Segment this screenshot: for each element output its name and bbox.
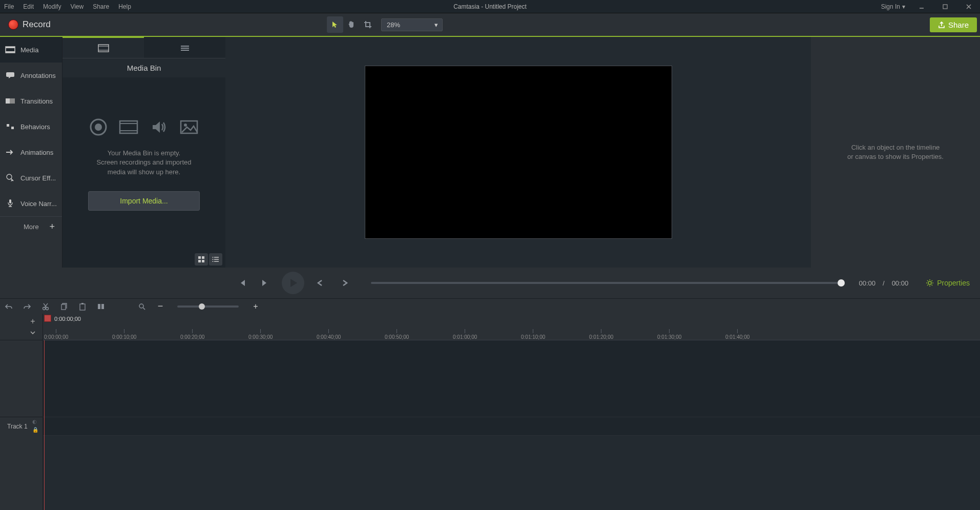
zoom-slider-thumb[interactable] [199,303,205,310]
canvas-zoom-select[interactable]: 28% ▾ [381,18,443,31]
track-area-empty[interactable] [43,340,980,417]
track-1-header[interactable]: Track 1 ◐ 🔒 [0,417,43,436]
collapse-tracks-button[interactable] [27,328,38,338]
window-title: Camtasia - Untitled Project [453,3,527,10]
record-icon [8,19,18,30]
svg-point-26 [184,124,187,127]
pan-tool[interactable] [343,16,360,33]
svg-rect-30 [202,260,204,262]
menu-view[interactable]: View [70,3,84,10]
cut-button[interactable] [40,301,51,312]
list-view-button[interactable] [209,253,222,266]
add-track-button[interactable]: + [27,316,38,327]
sidebar-item-behaviors[interactable]: Behaviors [0,114,62,139]
grid-view-button[interactable] [195,253,208,266]
zoom-in-button[interactable]: + [250,301,261,312]
svg-point-37 [928,281,931,284]
svg-point-21 [95,124,102,131]
sidebar-more[interactable]: More + [0,216,62,237]
record-button[interactable]: Record [3,17,56,32]
plus-icon: + [49,221,55,232]
zoom-out-button[interactable]: − [155,301,166,312]
menu-edit[interactable]: Edit [23,3,34,10]
sidebar-item-cursor-effects[interactable]: Cursor Eff... [0,165,62,191]
select-tool[interactable] [327,16,343,33]
menu-file[interactable]: File [4,3,14,10]
svg-line-46 [143,308,145,310]
menu-modify[interactable]: Modify [43,3,61,10]
svg-rect-5 [6,47,15,48]
sidebar-label: Voice Narr... [20,200,57,208]
sidebar-item-annotations[interactable]: Annotations [0,63,62,88]
zoom-search[interactable] [136,301,148,312]
ruler-tick: 0:00:50;00 [385,329,409,340]
sidebar-label: Media [20,46,38,54]
sidebar-item-media[interactable]: Media [0,37,62,63]
list-icon [212,256,219,263]
preview-canvas[interactable] [365,66,672,239]
copy-button[interactable] [58,301,70,312]
annotation-icon [5,71,15,79]
timeline-zoom-slider[interactable] [177,305,239,308]
svg-point-35 [213,259,214,260]
track-lock-icon[interactable]: 🔒 [32,427,39,434]
step-forward-button[interactable] [336,274,353,292]
animation-icon [5,148,15,156]
ruler-tick: 0:01:00;00 [453,329,477,340]
signin-menu[interactable]: Sign In ▾ [881,3,905,10]
sidebar-label: Animations [20,149,53,156]
import-media-button[interactable]: Import Media... [88,191,200,211]
track-1-row[interactable] [43,417,980,436]
sidebar-label: Behaviors [20,123,50,131]
track-visibility-icon[interactable]: ◐ [32,419,39,426]
ruler-tick: 0:01:20;00 [589,329,613,340]
tool-sidebar: Media Annotations Transitions Behaviors … [0,37,62,268]
maximize-button[interactable] [938,2,952,12]
sidebar-item-transitions[interactable]: Transitions [0,88,62,114]
scrubber-thumb[interactable] [838,279,845,287]
player-scrubber[interactable] [371,282,841,284]
paste-button[interactable] [77,301,88,312]
next-frame-button[interactable] [257,274,275,292]
svg-rect-14 [98,45,109,52]
svg-rect-1 [943,5,947,9]
svg-rect-29 [198,260,201,262]
mic-icon [5,199,15,208]
svg-rect-41 [80,304,85,310]
transition-icon [5,97,15,105]
timeline-ruler[interactable]: 0:00:00;00 0:00:00;000:00:10;000:00:20;0… [43,314,980,340]
ruler-tick: 0:00:20;00 [180,329,204,340]
playhead-line [44,340,45,510]
timeline-toolbar: − + [0,298,980,314]
undo-button[interactable] [3,301,14,312]
sidebar-item-voice-narration[interactable]: Voice Narr... [0,191,62,216]
more-label: More [24,223,39,231]
split-button[interactable] [95,301,107,312]
menu-share[interactable]: Share [93,3,109,10]
timeline: + Track 1 ◐ 🔒 0:00:00;00 0:00:00;000:00:… [0,314,980,510]
menu-help[interactable]: Help [118,3,131,10]
share-label: Share [948,21,969,29]
svg-rect-28 [202,256,204,259]
total-time: 00:00 [892,279,909,287]
redo-button[interactable] [22,301,33,312]
ruler-tick: 0:00:40;00 [317,329,341,340]
playhead[interactable] [44,315,51,322]
svg-rect-9 [10,98,15,104]
svg-rect-44 [101,304,104,309]
svg-point-45 [139,304,143,308]
crop-tool[interactable] [360,16,376,33]
media-bin-tab[interactable] [62,37,144,58]
svg-rect-7 [6,72,14,77]
minimize-button[interactable] [914,2,929,12]
prev-frame-button[interactable] [233,274,250,292]
library-tab[interactable] [144,37,225,58]
sidebar-item-animations[interactable]: Animations [0,139,62,165]
play-button[interactable] [282,272,304,294]
close-button[interactable] [962,2,976,12]
share-button[interactable]: Share [930,17,977,32]
step-back-button[interactable] [311,274,329,292]
properties-button[interactable]: Properties [926,279,970,287]
svg-rect-27 [198,256,201,259]
list-icon [180,45,190,52]
